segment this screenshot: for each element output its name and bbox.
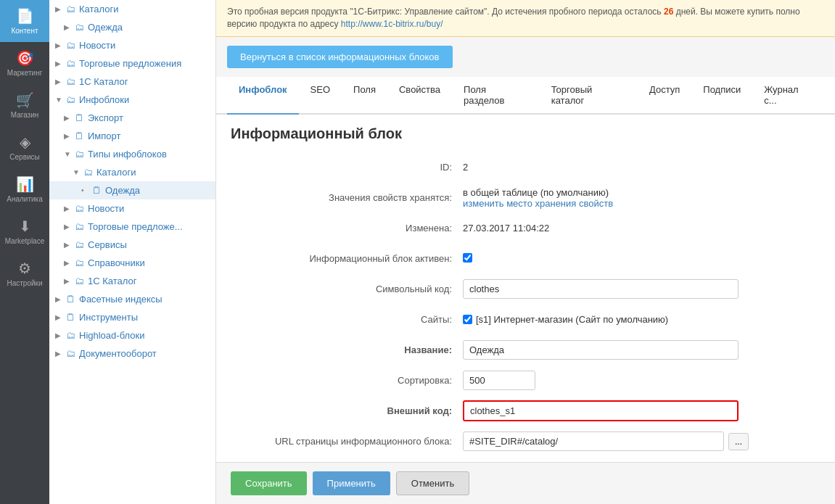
tree-sidebar: ▶ 🗂 Каталоги ▶ 🗂 Одежда ▶ 🗂 Новости ▶ 🗂 … xyxy=(49,0,216,504)
tab-polya[interactable]: Поля xyxy=(342,77,387,115)
save-button[interactable]: Сохранить xyxy=(231,471,307,495)
tree-item-sprav[interactable]: ▶ 🗂 Справочники xyxy=(49,254,215,272)
tab-seo[interactable]: SEO xyxy=(299,77,342,115)
folder-icon: 🗂 xyxy=(66,330,75,341)
folder-icon: 🗂 xyxy=(75,239,84,250)
folder-icon: 🗂 xyxy=(83,167,93,178)
form-row-url-block: URL страницы информационного блока: ... xyxy=(231,431,820,453)
arrow-icon: ▶ xyxy=(55,350,64,358)
nav-item-services[interactable]: ◈ Сервисы xyxy=(0,126,49,168)
form-row-extcode: Внешний код: xyxy=(231,400,820,422)
symcode-input[interactable] xyxy=(463,279,739,299)
tab-zhurnal[interactable]: Журнал с... xyxy=(752,77,824,115)
tree-item-1c-top[interactable]: ▶ 🗂 1С Каталог xyxy=(49,73,215,91)
nav-item-content[interactable]: 📄 Контент xyxy=(0,0,49,42)
apply-button[interactable]: Применить xyxy=(313,471,390,495)
arrow-icon: ▶ xyxy=(64,277,73,285)
nav-item-marketing[interactable]: 🎯 Маркетинг xyxy=(0,42,49,84)
arrow-icon: ▶ xyxy=(55,78,64,86)
nav-label-settings: Настройки xyxy=(7,279,42,287)
nav-item-analytics[interactable]: 📊 Аналитика xyxy=(0,168,49,210)
page-icon: 🗒 xyxy=(66,312,75,323)
name-input[interactable] xyxy=(463,340,739,360)
folder-icon: 🗂 xyxy=(75,149,84,160)
tab-torgoviy[interactable]: Торговый каталог xyxy=(540,77,638,115)
extcode-label: Внешний код: xyxy=(231,405,463,416)
extcode-input[interactable] xyxy=(463,400,739,421)
arrow-icon: ▶ xyxy=(55,5,64,13)
folder-icon: 🗂 xyxy=(75,203,84,214)
arrow-icon: ▼ xyxy=(64,150,73,158)
modified-label: Изменена: xyxy=(231,223,463,234)
tree-item-import[interactable]: ▶ 🗒 Импорт xyxy=(49,127,215,145)
tree-item-1c-sub[interactable]: ▶ 🗂 1С Каталог xyxy=(49,272,215,290)
active-checkbox[interactable] xyxy=(463,253,472,263)
tree-item-highload[interactable]: ▶ 🗂 Highload-блоки xyxy=(49,326,215,344)
tab-svoystva[interactable]: Свойства xyxy=(387,77,452,115)
tree-item-torgovye-top[interactable]: ▶ 🗂 Торговые предложения xyxy=(49,54,215,73)
cancel-button[interactable]: Отменить xyxy=(396,471,469,495)
form-row-sort: Сортировка: xyxy=(231,370,820,392)
tab-polya-razdelov[interactable]: Поля разделов xyxy=(452,77,540,115)
shop-icon: 🛒 xyxy=(16,91,34,109)
arrow-icon: • xyxy=(81,186,90,194)
warning-text-1: Это пробная версия продукта "1С-Битрикс:… xyxy=(227,7,664,17)
arrow-icon: ▶ xyxy=(64,259,73,267)
tree-item-katalogi-sub[interactable]: ▼ 🗂 Каталоги xyxy=(49,163,215,181)
buy-link[interactable]: http://www.1c-bitrix.ru/buy/ xyxy=(341,19,443,29)
tree-item-novosti-sub[interactable]: ▶ 🗂 Новости xyxy=(49,199,215,218)
arrow-icon: ▶ xyxy=(55,41,64,49)
tree-item-odezhda-top[interactable]: ▶ 🗂 Одежда xyxy=(49,18,215,36)
tree-item-export[interactable]: ▶ 🗒 Экспорт xyxy=(49,109,215,127)
tree-item-torgovye-sub[interactable]: ▶ 🗂 Торговые предложе... xyxy=(49,218,215,236)
arrow-icon: ▶ xyxy=(64,205,73,212)
tree-item-infobloki[interactable]: ▼ 🗂 Инфоблоки xyxy=(49,91,215,109)
arrow-icon: ▶ xyxy=(64,223,73,231)
storage-label: Значения свойств хранятся: xyxy=(231,192,463,203)
back-btn-area: Вернуться в список информационных блоков xyxy=(216,37,835,77)
back-button[interactable]: Вернуться в список информационных блоков xyxy=(227,46,453,68)
arrow-icon: ▼ xyxy=(55,96,64,104)
url-block-input[interactable] xyxy=(463,431,724,451)
sites-value: [s1] Интернет-магазин (Сайт по умолчанию… xyxy=(463,314,820,325)
page-icon: 🗒 xyxy=(75,112,84,123)
arrow-icon: ▶ xyxy=(64,114,73,122)
tab-infoblok[interactable]: Инфоблок xyxy=(227,77,299,115)
tree-item-novosti-top[interactable]: ▶ 🗂 Новости xyxy=(49,36,215,54)
tab-bar: Инфоблок SEO Поля Свойства Поля разделов… xyxy=(216,77,835,115)
warning-days: 26 xyxy=(664,7,673,17)
name-value-wrap xyxy=(463,340,820,360)
bottom-buttons: Сохранить Применить Отменить xyxy=(216,462,835,504)
sites-checkbox[interactable] xyxy=(463,315,472,324)
symcode-label: Символьный код: xyxy=(231,284,463,294)
tree-item-services-sub[interactable]: ▶ 🗂 Сервисы xyxy=(49,236,215,254)
sort-input[interactable] xyxy=(463,371,535,390)
form-row-symcode: Символьный код: xyxy=(231,278,820,300)
nav-item-shop[interactable]: 🛒 Магазин xyxy=(0,84,49,126)
tree-item-types[interactable]: ▼ 🗂 Типы инфоблоков xyxy=(49,145,215,163)
url-block-btn[interactable]: ... xyxy=(728,433,749,450)
page-icon: 🗒 xyxy=(92,185,102,196)
tab-podpisi[interactable]: Подписи xyxy=(691,77,752,115)
arrow-icon: ▶ xyxy=(64,132,73,140)
tab-dostup[interactable]: Доступ xyxy=(638,77,691,115)
active-label: Информационный блок активен: xyxy=(231,253,463,264)
tree-item-facets[interactable]: ▶ 🗒 Фасетные индексы xyxy=(49,290,215,308)
tree-item-tools[interactable]: ▶ 🗒 Инструменты xyxy=(49,308,215,326)
tree-item-katalogi-top[interactable]: ▶ 🗂 Каталоги xyxy=(49,0,215,18)
nav-item-settings[interactable]: ⚙ Настройки xyxy=(0,252,49,294)
form-row-name: Название: xyxy=(231,339,820,361)
folder-icon: 🗂 xyxy=(75,257,84,268)
nav-label-shop: Магазин xyxy=(11,111,39,119)
arrow-icon: ▶ xyxy=(64,241,73,249)
arrow-icon: ▶ xyxy=(55,313,64,321)
nav-item-marketplace[interactable]: ⬇ Marketplace xyxy=(0,210,49,252)
sites-label: Сайты: xyxy=(231,314,463,325)
tree-item-docflow[interactable]: ▶ 🗂 Документооборот xyxy=(49,344,215,363)
arrow-icon: ▶ xyxy=(55,59,64,67)
tree-item-odezhda-active[interactable]: • 🗒 Одежда xyxy=(49,181,215,199)
page-icon: 🗒 xyxy=(75,131,84,141)
form-title: Информационный блок xyxy=(231,125,820,142)
form-row-id: ID: 2 xyxy=(231,157,820,178)
storage-link[interactable]: изменить место хранения свойств xyxy=(463,198,613,209)
